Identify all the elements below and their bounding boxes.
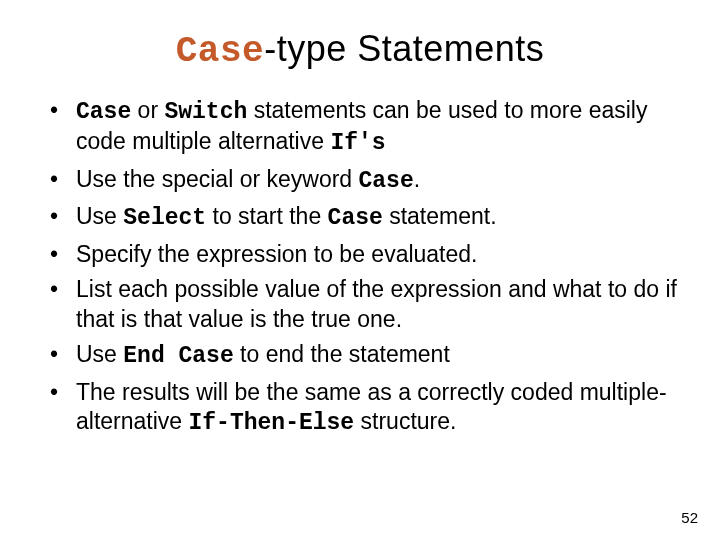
bullet-item: Use Select to start the Case statement. [46,202,678,233]
bullet-item: List each possible value of the expressi… [46,275,678,334]
bullet-text: to end the statement [234,341,450,367]
code-keyword: Select [123,205,206,231]
code-keyword: Case [76,99,131,125]
bullet-text: Use the special or keyword [76,166,359,192]
code-keyword: If-Then-Else [189,410,355,436]
page-number: 52 [681,509,698,526]
slide-title: Case-type Statements [42,28,678,72]
bullet-text: Use [76,341,123,367]
bullet-text: Specify the expression to be evaluated. [76,241,477,267]
bullet-text: or [131,97,164,123]
bullet-item: Use End Case to end the statement [46,340,678,371]
bullet-item: Case or Switch statements can be used to… [46,96,678,159]
bullet-text: statement. [383,203,497,229]
bullet-text: List each possible value of the expressi… [76,276,677,331]
bullet-item: The results will be the same as a correc… [46,378,678,439]
code-keyword: Switch [164,99,247,125]
bullet-item: Use the special or keyword Case. [46,165,678,196]
bullet-list: Case or Switch statements can be used to… [42,96,678,438]
bullet-text: Use [76,203,123,229]
bullet-text: . [414,166,420,192]
bullet-item: Specify the expression to be evaluated. [46,240,678,269]
bullet-text: structure. [354,408,456,434]
title-rest: -type Statements [264,28,544,69]
title-code-keyword: Case [176,31,264,72]
code-keyword: Case [359,168,414,194]
slide: Case-type Statements Case or Switch stat… [0,0,720,438]
code-keyword: Case [328,205,383,231]
bullet-text: to start the [206,203,327,229]
code-keyword: If's [330,130,385,156]
code-keyword: End Case [123,343,233,369]
